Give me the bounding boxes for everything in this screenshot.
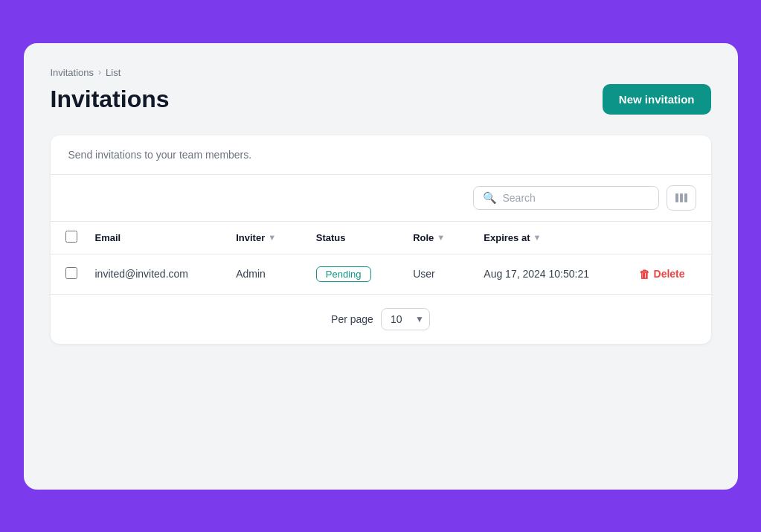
table-header-row: Email Inviter ▼ Status <box>51 222 711 254</box>
svg-rect-2 <box>684 193 687 202</box>
role-sort-icon: ▼ <box>437 233 445 242</box>
svg-rect-0 <box>675 193 678 202</box>
delete-button[interactable]: 🗑 Delete <box>639 268 685 281</box>
row-inviter: Admin <box>221 254 301 294</box>
select-all-checkbox[interactable] <box>65 231 77 243</box>
new-invitation-button[interactable]: New invitation <box>603 84 711 115</box>
card-description: Send invitations to your team members. <box>51 135 711 175</box>
table-row: invited@invited.com Admin Pending User A… <box>51 254 711 294</box>
per-page-select[interactable]: 10 25 50 100 <box>381 308 430 330</box>
row-expires-at: Aug 17, 2024 10:50:21 <box>469 254 623 294</box>
invitations-table: Email Inviter ▼ Status <box>51 222 711 294</box>
columns-button[interactable] <box>667 185 696 211</box>
columns-icon <box>675 191 688 205</box>
col-header-expires-at[interactable]: Expires at ▼ <box>469 222 623 254</box>
status-badge: Pending <box>316 266 371 282</box>
invitations-card: Send invitations to your team members. 🔍 <box>51 135 711 344</box>
breadcrumb-parent[interactable]: Invitations <box>51 67 94 78</box>
col-header-role[interactable]: Role ▼ <box>398 222 469 254</box>
row-status: Pending <box>301 254 398 294</box>
search-box: 🔍 <box>473 186 659 210</box>
header-checkbox-col <box>51 222 80 254</box>
table-footer: Per page 10 25 50 100 ▼ <box>51 294 711 344</box>
svg-rect-1 <box>680 193 683 202</box>
per-page-wrapper: 10 25 50 100 ▼ <box>381 308 430 330</box>
breadcrumb-separator: › <box>98 67 101 77</box>
delete-label: Delete <box>654 268 685 280</box>
main-window: Invitations › List Invitations New invit… <box>24 43 738 490</box>
row-role: User <box>398 254 469 294</box>
col-header-actions <box>624 222 711 254</box>
search-input[interactable] <box>503 192 649 204</box>
row-checkbox-cell <box>51 254 80 294</box>
row-email: invited@invited.com <box>80 254 222 294</box>
row-actions: 🗑 Delete <box>624 254 711 294</box>
expires-sort-icon: ▼ <box>533 233 541 242</box>
header-row: Invitations New invitation <box>51 84 711 115</box>
breadcrumb-current: List <box>106 67 121 78</box>
col-header-status: Status <box>301 222 398 254</box>
col-header-email: Email <box>80 222 222 254</box>
col-header-inviter[interactable]: Inviter ▼ <box>221 222 301 254</box>
per-page-label: Per page <box>331 313 373 325</box>
breadcrumb: Invitations › List <box>51 67 711 78</box>
search-icon: 🔍 <box>483 191 497 205</box>
trash-icon: 🗑 <box>639 268 650 281</box>
toolbar: 🔍 <box>51 175 711 222</box>
page-title: Invitations <box>51 86 170 113</box>
row-checkbox[interactable] <box>65 267 77 279</box>
inviter-sort-icon: ▼ <box>268 233 276 242</box>
